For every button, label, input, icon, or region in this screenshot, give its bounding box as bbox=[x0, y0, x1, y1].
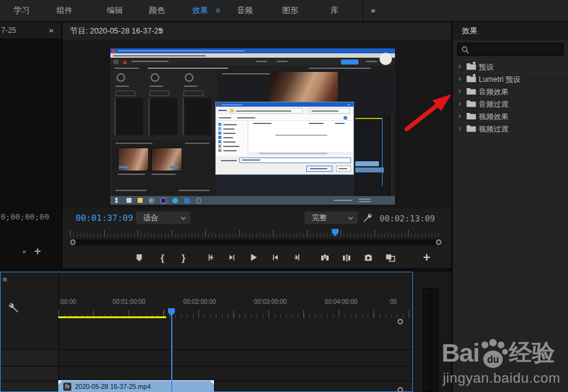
export-frame-button[interactable] bbox=[360, 249, 376, 265]
mark-out-button[interactable]: } bbox=[175, 249, 192, 265]
workspace-tab-audio[interactable]: 音频 bbox=[237, 0, 253, 21]
step-forward-button[interactable] bbox=[267, 249, 283, 265]
playback-resolution-dropdown[interactable]: 完整 bbox=[304, 212, 358, 224]
fx-badge: fx bbox=[63, 383, 71, 391]
effects-search-box[interactable] bbox=[457, 43, 564, 56]
red-annotation-arrow bbox=[371, 78, 458, 135]
add-marker-button[interactable] bbox=[131, 249, 147, 265]
program-mini-ruler[interactable] bbox=[70, 228, 442, 237]
extract-button[interactable] bbox=[339, 249, 355, 265]
recorded-file-dialog bbox=[215, 102, 354, 175]
recorded-mixer-buttons bbox=[184, 91, 203, 96]
recorded-hscroll-thumb bbox=[259, 153, 327, 154]
go-to-out-button[interactable] bbox=[290, 249, 306, 265]
playback-resolution-value: 完整 bbox=[312, 213, 327, 222]
chevron-right-icon[interactable]: › bbox=[458, 111, 461, 120]
settings-wrench-icon[interactable] bbox=[362, 212, 373, 223]
recorded-column-header bbox=[309, 123, 324, 124]
recorded-project-footer bbox=[115, 190, 146, 191]
timeline-zoom-handle[interactable] bbox=[397, 319, 403, 324]
recorded-back-forward-icons bbox=[218, 110, 227, 111]
effects-item-label: 视频过渡 bbox=[479, 124, 508, 135]
recorded-tray-icons bbox=[334, 200, 352, 201]
workspace-tab-graphics[interactable]: 图形 bbox=[282, 0, 298, 21]
recorded-home-icon bbox=[113, 60, 118, 64]
workspace-tab-assembly[interactable]: 组件 bbox=[56, 0, 73, 21]
source-add-button-icon[interactable]: + bbox=[34, 244, 41, 258]
effects-item-audio-transitions[interactable]: › 音频过渡 bbox=[453, 97, 568, 110]
effects-item-presets[interactable]: › ★ 预设 bbox=[453, 60, 568, 73]
effects-item-video-effects[interactable]: › 视频效果 bbox=[453, 110, 568, 122]
watermark-url: jingyan.baidu.com bbox=[443, 370, 561, 386]
timeline-playhead-line[interactable] bbox=[171, 316, 172, 391]
comparison-view-button[interactable] bbox=[382, 249, 398, 265]
chevron-right-icon[interactable]: › bbox=[458, 86, 461, 96]
recorded-mixer-label bbox=[149, 86, 163, 87]
effects-search-input[interactable] bbox=[471, 44, 561, 56]
recorded-sidebar-text bbox=[223, 150, 237, 151]
workspace-bar: 学习 组件 编辑 颜色 效果 ≡ 音频 图形 库 » bbox=[0, 0, 568, 22]
lift-button[interactable] bbox=[317, 249, 333, 265]
workspace-tab-editing[interactable]: 编辑 bbox=[107, 0, 123, 21]
effects-tab-label[interactable]: 效果 bbox=[462, 22, 477, 40]
track-header-v1[interactable] bbox=[1, 367, 58, 381]
scroll-handle-right[interactable] bbox=[436, 239, 442, 245]
workspace-tab-effects[interactable]: 效果 bbox=[192, 0, 208, 21]
recorded-sidebar-text bbox=[223, 141, 236, 143]
plus-icon: + bbox=[423, 251, 430, 265]
play-button[interactable] bbox=[246, 249, 262, 265]
recorded-taskbar-icon bbox=[126, 198, 131, 203]
recorded-help-icon bbox=[344, 116, 347, 120]
track-header-a1[interactable] bbox=[1, 381, 58, 391]
recorded-column-header bbox=[253, 123, 272, 124]
track-header-divider bbox=[58, 272, 59, 391]
recorded-taskbar-icon bbox=[196, 198, 202, 203]
recorded-premiere-icon bbox=[161, 198, 166, 203]
recorded-knob bbox=[151, 73, 159, 82]
workspace-overflow-icon[interactable]: » bbox=[371, 0, 375, 21]
button-editor-add-button[interactable]: + bbox=[419, 249, 435, 265]
program-panel-menu-icon[interactable]: ≡ bbox=[159, 22, 163, 40]
recorded-ws-tab bbox=[277, 61, 288, 62]
go-to-in-button[interactable] bbox=[202, 249, 218, 265]
chevron-right-icon[interactable]: › bbox=[458, 123, 461, 133]
source-more-icon[interactable]: » bbox=[22, 247, 26, 255]
mark-in-button[interactable]: { bbox=[154, 249, 171, 265]
recorded-panel-tab-text bbox=[148, 68, 228, 69]
timeline-settings-wrench-icon[interactable] bbox=[7, 301, 20, 314]
step-back-button[interactable] bbox=[224, 249, 240, 265]
track-divider bbox=[1, 366, 412, 367]
chevron-right-icon[interactable]: › bbox=[458, 74, 461, 83]
effects-item-lumetri-presets[interactable]: › ★ Lumetri 预设 bbox=[453, 73, 568, 85]
timeline-zoom-handle-bottom[interactable] bbox=[397, 387, 403, 392]
workspace-menu-icon[interactable]: ≡ bbox=[216, 0, 220, 21]
recorded-panel-tab-text bbox=[309, 68, 371, 69]
workspace-tab-learning[interactable]: 学习 bbox=[14, 0, 30, 21]
program-scrollbar[interactable] bbox=[69, 239, 442, 246]
program-current-timecode[interactable]: 00:01:37:09 bbox=[76, 213, 133, 223]
scroll-handle-left[interactable] bbox=[70, 239, 76, 245]
recorded-dialog-icon bbox=[217, 104, 220, 106]
chevron-right-icon[interactable]: › bbox=[458, 61, 461, 71]
recorded-thumb-badge bbox=[170, 166, 179, 168]
chevron-right-icon[interactable]: › bbox=[458, 99, 461, 108]
timeline-panel-menu-icon[interactable]: ≡ bbox=[2, 275, 7, 284]
effects-item-label: Lumetri 预设 bbox=[479, 74, 520, 85]
source-overflow-icon[interactable]: » bbox=[49, 25, 53, 35]
work-area-bar[interactable] bbox=[58, 316, 166, 318]
workspace-tab-libraries[interactable]: 库 bbox=[331, 0, 339, 21]
effects-item-video-transitions[interactable]: › 视频过渡 bbox=[453, 122, 568, 135]
recorded-organize-text bbox=[219, 117, 231, 118]
source-tab-label[interactable]: 7-25 bbox=[1, 26, 16, 35]
timeline-clip[interactable]: fx 2020-05-28 16-37-25.mp4 bbox=[58, 380, 214, 392]
effects-item-audio-effects[interactable]: › 音频效果 bbox=[453, 85, 568, 97]
audio-meters bbox=[423, 288, 438, 392]
program-tab-label[interactable]: 节目: 2020-05-28 16-37-25 bbox=[70, 22, 162, 40]
recorded-knob bbox=[117, 73, 125, 82]
recorded-fader bbox=[114, 98, 143, 135]
chevron-down-icon bbox=[180, 216, 186, 220]
video-frame bbox=[110, 48, 395, 205]
workspace-tab-color[interactable]: 颜色 bbox=[149, 0, 165, 21]
fit-dropdown[interactable]: 适合 bbox=[136, 212, 190, 224]
track-header-v2[interactable] bbox=[1, 350, 58, 366]
